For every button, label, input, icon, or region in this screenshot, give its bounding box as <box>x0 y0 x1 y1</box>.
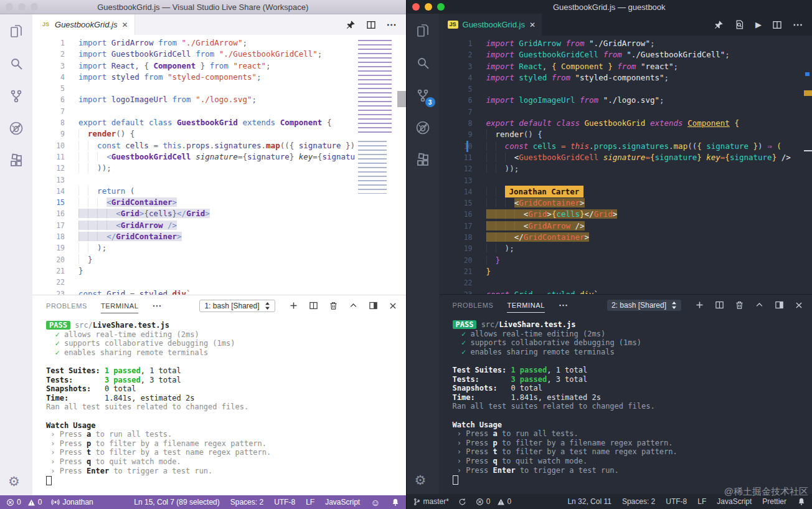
watch-usage-line: › Press q to quit watch mode. <box>453 457 812 466</box>
close-panel-icon[interactable] <box>795 301 803 310</box>
close-window-icon[interactable] <box>6 3 13 11</box>
panel-tab-problems[interactable]: PROBLEMS <box>453 298 494 312</box>
tab-close-icon[interactable]: ✕ <box>529 21 536 29</box>
right-terminal[interactable]: PASS src/LiveShare.test.js ✓ allows real… <box>439 315 812 494</box>
code-line: 4import styled from "styled-components"; <box>439 72 812 83</box>
left-vscode-window: GuestbookGrid.js — Visual Studio Live Sh… <box>0 0 406 509</box>
language-mode[interactable]: JavaScript <box>717 497 752 506</box>
source-control-icon[interactable] <box>8 88 24 104</box>
code-line: 12 )); <box>32 163 406 174</box>
indentation[interactable]: Spaces: 2 <box>230 498 263 507</box>
more-actions-icon[interactable]: ⋯ <box>793 20 803 30</box>
run-code-icon[interactable]: ▶ <box>755 20 762 29</box>
kill-terminal-icon[interactable] <box>735 300 744 310</box>
extensions-icon[interactable] <box>415 152 431 168</box>
terminal-cursor-line <box>453 475 812 484</box>
pin-icon[interactable] <box>714 20 724 30</box>
left-code-editor[interactable]: 1import GridArrow from "./GridArrow";2im… <box>32 35 406 295</box>
minimize-window-icon[interactable] <box>18 3 26 11</box>
formatter[interactable]: Prettier <box>762 497 786 506</box>
manage-gear-icon[interactable]: ⚙ <box>415 473 427 487</box>
watch-usage-line: › Press Enter to trigger a test run. <box>453 466 812 475</box>
code-line: 4import styled from "styled-components"; <box>32 72 406 83</box>
maximize-panel-icon[interactable] <box>775 300 784 310</box>
terminal-shell-select[interactable]: 2: bash [Shared] <box>607 300 681 311</box>
debug-disabled-icon[interactable] <box>8 120 24 136</box>
minimize-window-icon[interactable] <box>425 3 432 11</box>
language-mode[interactable]: JavaScript <box>325 498 360 507</box>
line-number: 21 <box>32 265 75 277</box>
zoom-window-icon[interactable] <box>31 3 38 11</box>
code-line: 6import logoImageUrl from "./logo.svg"; <box>439 95 812 106</box>
jest-summary-line: Snapshots:0 total <box>46 384 406 394</box>
terminal-line <box>453 411 812 421</box>
cursor-position[interactable]: Ln 32, Col 11 <box>567 497 611 506</box>
jest-summary-line: Snapshots:0 total <box>453 384 812 393</box>
problems-status[interactable]: 0 0 <box>476 497 511 506</box>
close-window-icon[interactable] <box>412 3 420 11</box>
more-actions-icon[interactable]: ⋯ <box>387 20 397 30</box>
eol[interactable]: LF <box>306 498 314 507</box>
collapse-panel-icon[interactable] <box>755 300 764 310</box>
explorer-icon[interactable] <box>415 22 431 39</box>
split-editor-icon[interactable] <box>366 20 376 30</box>
collapse-panel-icon[interactable] <box>349 301 358 310</box>
encoding[interactable]: UTF-8 <box>666 497 687 506</box>
code-line: 20 } <box>32 254 406 265</box>
tab-guestbookgrid[interactable]: JS GuestbookGrid.js ✕ <box>439 14 542 36</box>
extensions-icon[interactable] <box>8 153 24 169</box>
split-terminal-icon[interactable] <box>309 301 318 310</box>
terminal-shell-select[interactable]: 1: bash [Shared] <box>199 300 275 312</box>
feedback-smiley-icon[interactable]: ☺ <box>371 497 380 508</box>
right-code-editor[interactable]: 1import GridArrow from "./GridArrow";2im… <box>439 36 812 294</box>
maximize-panel-icon[interactable] <box>369 301 378 310</box>
kill-terminal-icon[interactable] <box>329 301 338 310</box>
tab-guestbookgrid[interactable]: JS GuestbookGrid.js ✕ <box>32 14 135 35</box>
indentation[interactable]: Spaces: 2 <box>622 497 655 506</box>
editor-scrollbar-thumb[interactable] <box>397 91 406 107</box>
explorer-icon[interactable] <box>8 23 24 39</box>
problems-status[interactable]: 0 0 <box>6 498 42 507</box>
zoom-window-icon[interactable] <box>437 3 445 11</box>
error-icon <box>6 498 14 507</box>
selection-highlight: <GridArrow /> <box>486 221 585 231</box>
panel-more-icon[interactable]: ⋯ <box>152 300 162 312</box>
pin-icon[interactable] <box>346 20 356 30</box>
split-terminal-icon[interactable] <box>715 300 724 310</box>
cursor-position[interactable]: Ln 15, Col 7 (89 selected) <box>134 498 219 507</box>
panel-tab-terminal[interactable]: TERMINAL <box>101 298 138 313</box>
panel-tab-problems[interactable]: PROBLEMS <box>46 298 87 313</box>
encoding[interactable]: UTF-8 <box>274 498 295 507</box>
line-number: 7 <box>439 107 483 118</box>
source-control-icon[interactable]: 3 <box>415 87 431 103</box>
line-number: 10 <box>32 140 75 151</box>
new-terminal-icon[interactable] <box>289 301 298 310</box>
right-traffic-lights <box>412 3 445 11</box>
live-share-participant[interactable]: Jonathan <box>51 498 93 507</box>
terminal-line <box>46 412 406 421</box>
notifications-bell-icon[interactable] <box>797 497 806 506</box>
left-terminal[interactable]: PASS src/LiveShare.test.js ✓ allows real… <box>32 316 406 495</box>
split-editor-icon[interactable] <box>772 20 782 30</box>
panel-tab-terminal[interactable]: TERMINAL <box>507 298 544 313</box>
search-icon[interactable] <box>415 55 431 71</box>
jest-summary-line: Tests:3 passed, 3 total <box>453 375 812 384</box>
selection-highlight: </GridContainer> <box>78 232 182 241</box>
close-panel-icon[interactable] <box>389 302 397 310</box>
minimap[interactable] <box>355 35 397 295</box>
debug-disabled-icon[interactable] <box>415 120 431 136</box>
watch-usage-line: › Press t to filter by a test name regex… <box>46 448 406 457</box>
line-number: 21 <box>439 266 483 277</box>
sync-icon[interactable] <box>458 498 466 506</box>
tab-close-icon[interactable]: ✕ <box>121 21 128 29</box>
search-icon[interactable] <box>8 55 24 72</box>
broadcast-icon <box>51 498 60 507</box>
panel-more-icon[interactable]: ⋯ <box>559 300 569 311</box>
eol[interactable]: LF <box>697 497 706 506</box>
manage-gear-icon[interactable]: ⚙ <box>8 475 20 488</box>
new-terminal-icon[interactable] <box>695 300 704 310</box>
git-branch[interactable]: master* <box>413 497 449 506</box>
code-line: 15 <GridContainer> <box>32 197 406 208</box>
notifications-bell-icon[interactable] <box>391 498 400 507</box>
search-editor-icon[interactable] <box>734 19 745 30</box>
